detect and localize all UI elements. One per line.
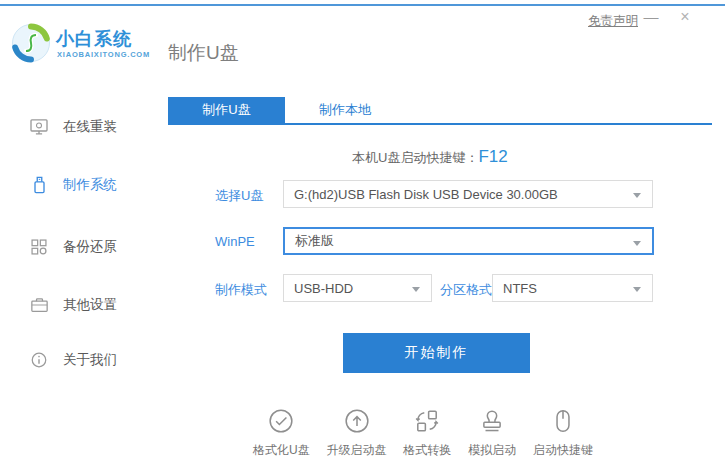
make-mode-label: 制作模式 — [215, 281, 267, 299]
boot-hotkey-line: 本机U盘启动快捷键：F12 — [352, 147, 508, 167]
backup-grid-icon — [30, 239, 48, 255]
chevron-down-icon — [412, 287, 420, 292]
sidebar-item-about-us[interactable]: 关于我们 — [30, 348, 117, 372]
format-convert-icon — [414, 408, 440, 438]
close-button[interactable]: × — [674, 8, 696, 26]
winpe-value: 标准版 — [295, 232, 334, 250]
footer-toolbar: 格式化U盘 升级启动盘 格式转换 — [253, 408, 593, 459]
chevron-down-icon — [633, 241, 641, 246]
tool-label: 升级启动盘 — [327, 442, 387, 459]
usb-select-value: G:(hd2)USB Flash Disk USB Device 30.00GB — [294, 187, 558, 202]
tool-format-convert[interactable]: 格式转换 — [403, 408, 451, 459]
tab-make-usb[interactable]: 制作U盘 — [168, 97, 285, 123]
sidebar-item-label: 关于我们 — [63, 351, 117, 369]
tab-make-local[interactable]: 制作本地 — [285, 97, 405, 123]
minimize-button[interactable]: — — [641, 8, 661, 25]
check-circle-icon — [268, 408, 294, 438]
tab-strip: 制作U盘 制作本地 — [168, 97, 712, 125]
sidebar-item-label: 制作系统 — [63, 176, 117, 194]
sidebar-item-online-reinstall[interactable]: 在线重装 — [30, 115, 117, 139]
sidebar-item-other-settings[interactable]: 其他设置 — [30, 293, 117, 317]
tool-boot-hotkey[interactable]: 启动快捷键 — [533, 408, 593, 459]
tool-label: 启动快捷键 — [533, 442, 593, 459]
mouse-icon — [550, 408, 576, 438]
tool-format-usb[interactable]: 格式化U盘 — [253, 408, 310, 459]
usb-select-label: 选择U盘 — [215, 187, 263, 205]
hotkey-value: F12 — [478, 147, 507, 166]
start-make-button[interactable]: 开始制作 — [343, 333, 530, 373]
chevron-down-icon — [633, 193, 641, 198]
upload-circle-icon — [344, 408, 370, 438]
chevron-down-icon — [633, 287, 641, 292]
monitor-reinstall-icon — [30, 119, 48, 135]
tool-label: 模拟启动 — [468, 442, 516, 459]
toolbox-icon — [30, 297, 48, 313]
partition-format-dropdown[interactable]: NTFS — [492, 274, 653, 302]
window-top-border — [0, 4, 725, 6]
brand-domain: XIAOBAIXITONG.COM — [57, 50, 150, 59]
sidebar-item-label: 备份还原 — [63, 238, 117, 256]
app-logo-icon — [11, 23, 51, 63]
usb-select-dropdown[interactable]: G:(hd2)USB Flash Disk USB Device 30.00GB — [283, 180, 653, 208]
make-mode-value: USB-HDD — [294, 281, 353, 296]
tool-label: 格式转换 — [403, 442, 451, 459]
winpe-dropdown[interactable]: 标准版 — [283, 227, 654, 255]
sidebar-item-label: 其他设置 — [63, 296, 117, 314]
sidebar-item-backup-restore[interactable]: 备份还原 — [30, 235, 117, 259]
winpe-label: WinPE — [215, 234, 255, 249]
tool-simulate-boot[interactable]: 模拟启动 — [468, 408, 516, 459]
sidebar-item-make-system[interactable]: 制作系统 — [30, 173, 117, 197]
partition-format-value: NTFS — [503, 281, 537, 296]
stamp-icon — [479, 408, 505, 438]
tool-label: 格式化U盘 — [253, 442, 310, 459]
usb-drive-icon — [30, 176, 48, 194]
hotkey-label: 本机U盘启动快捷键： — [352, 150, 478, 165]
page-title: 制作U盘 — [168, 40, 239, 66]
app-window: 免责声明 — × 小白系统 XIAOBAIXITONG.COM 制作U盘 在线重… — [0, 0, 725, 471]
tool-upgrade-boot-disk[interactable]: 升级启动盘 — [327, 408, 387, 459]
sidebar-item-label: 在线重装 — [63, 118, 117, 136]
disclaimer-link[interactable]: 免责声明 — [588, 13, 638, 30]
info-circle-icon — [30, 352, 48, 368]
partition-format-label: 分区格式 — [440, 281, 492, 299]
brand-name: 小白系统 — [56, 27, 132, 51]
make-mode-dropdown[interactable]: USB-HDD — [283, 274, 432, 302]
